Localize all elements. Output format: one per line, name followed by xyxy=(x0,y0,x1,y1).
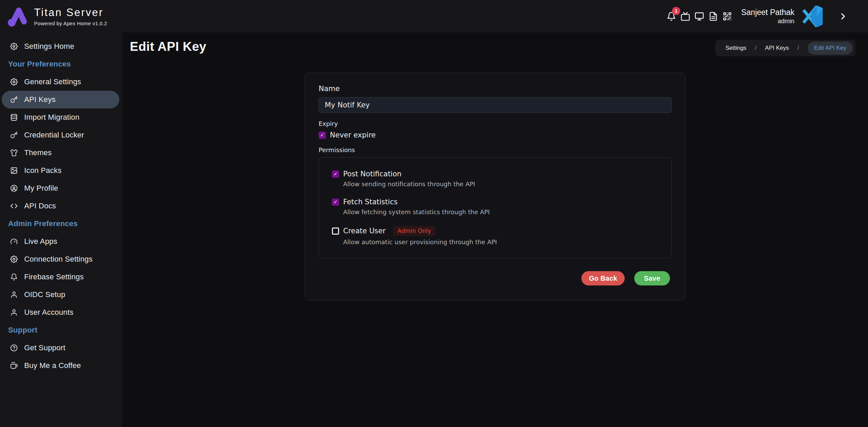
gear-icon xyxy=(10,43,18,50)
tv-icon[interactable] xyxy=(681,12,690,21)
chevron-right-icon[interactable] xyxy=(838,11,848,21)
save-button[interactable]: Save xyxy=(634,271,670,285)
user-role: admin xyxy=(741,17,794,25)
sidebar: Settings Home Your Preferences General S… xyxy=(0,32,123,427)
gear-icon xyxy=(10,78,18,86)
never-expire-checkbox[interactable] xyxy=(319,132,326,139)
main-content: Edit API Key Settings / API Keys / Edit … xyxy=(123,32,868,427)
qr-code-icon[interactable] xyxy=(722,12,732,21)
permission-description: Allow automatic user provisioning throug… xyxy=(343,238,658,246)
permission-post-notification: Post Notification Allow sending notifica… xyxy=(332,170,658,188)
permissions-label: Permissions xyxy=(319,146,672,153)
sidebar-item-api-docs[interactable]: API Docs xyxy=(0,197,123,215)
sidebar-item-oidc-setup[interactable]: OIDC Setup xyxy=(0,286,123,304)
bell-icon xyxy=(10,273,18,281)
sidebar-item-user-accounts[interactable]: User Accounts xyxy=(0,304,123,321)
permissions-box: Post Notification Allow sending notifica… xyxy=(319,157,672,258)
sidebar-item-connection-settings[interactable]: Connection Settings xyxy=(0,250,123,268)
page-title: Edit API Key xyxy=(130,40,207,54)
app-logo[interactable]: Titan Server Powered by Apex Home v1.0.2 xyxy=(0,5,107,28)
help-circle-icon xyxy=(10,344,18,352)
create-user-checkbox[interactable] xyxy=(332,227,339,235)
sidebar-item-live-apps[interactable]: Live Apps xyxy=(0,233,123,250)
never-expire-label: Never expire xyxy=(330,131,376,139)
app-subtitle: Powered by Apex Home v1.0.2 xyxy=(34,20,107,26)
user-circle-icon xyxy=(10,185,18,192)
edit-api-key-card: Name Expiry Never expire Permissions Pos… xyxy=(305,73,686,300)
permission-description: Allow fetching system statistics through… xyxy=(343,208,658,216)
app-title: Titan Server xyxy=(34,6,107,19)
image-icon xyxy=(10,167,18,174)
sidebar-item-import-migration[interactable]: Import Migration xyxy=(0,108,123,126)
sidebar-section-admin-preferences: Admin Preferences xyxy=(0,215,123,233)
avatar[interactable] xyxy=(802,5,823,27)
shirt-icon xyxy=(10,149,18,157)
permission-title: Create User xyxy=(343,227,385,235)
key-icon xyxy=(10,131,18,139)
breadcrumb-separator: / xyxy=(797,45,799,51)
sidebar-item-my-profile[interactable]: My Profile xyxy=(0,179,123,197)
fetch-statistics-checkbox[interactable] xyxy=(332,198,339,206)
user-icon xyxy=(10,291,18,298)
permission-title: Post Notification xyxy=(343,170,401,178)
post-notification-checkbox[interactable] xyxy=(332,171,339,178)
admin-only-badge: Admin Only xyxy=(393,226,436,236)
user-info: Sanjeet Pathak admin xyxy=(741,8,794,25)
coffee-icon xyxy=(10,362,18,369)
sidebar-section-your-preferences: Your Preferences xyxy=(0,55,123,73)
sidebar-item-get-support[interactable]: Get Support xyxy=(0,339,123,357)
key-icon xyxy=(10,96,18,103)
permission-title: Fetch Statistics xyxy=(343,198,398,206)
sidebar-item-buy-me-a-coffee[interactable]: Buy Me a Coffee xyxy=(0,357,123,374)
user-name: Sanjeet Pathak xyxy=(741,8,794,17)
breadcrumb-separator: / xyxy=(755,45,757,51)
never-expire-row: Never expire xyxy=(319,131,672,139)
document-icon[interactable] xyxy=(709,12,718,21)
gauge-icon xyxy=(10,238,18,245)
breadcrumb-settings[interactable]: Settings xyxy=(726,45,746,51)
code-icon xyxy=(10,202,18,210)
sidebar-item-api-keys[interactable]: API Keys xyxy=(2,91,119,108)
notification-badge: 1 xyxy=(672,7,680,15)
bell-icon[interactable]: 1 xyxy=(667,12,676,21)
breadcrumb-current: Edit API Key xyxy=(808,42,853,55)
gear-icon xyxy=(10,255,18,263)
sidebar-section-support: Support xyxy=(0,321,123,339)
database-icon xyxy=(10,114,18,121)
user-icon xyxy=(10,309,18,316)
form-actions: Go Back Save xyxy=(581,271,670,285)
sidebar-item-icon-packs[interactable]: Icon Packs xyxy=(0,162,123,179)
permission-description: Allow sending notifications through the … xyxy=(343,180,658,188)
sidebar-item-themes[interactable]: Themes xyxy=(0,144,123,162)
sidebar-item-general-settings[interactable]: General Settings xyxy=(0,73,123,91)
name-label: Name xyxy=(319,85,672,93)
sidebar-item-firebase-settings[interactable]: Firebase Settings xyxy=(0,268,123,286)
go-back-button[interactable]: Go Back xyxy=(581,271,625,285)
sidebar-item-settings-home[interactable]: Settings Home xyxy=(0,38,123,55)
sidebar-item-credential-locker[interactable]: Credential Locker xyxy=(0,126,123,144)
breadcrumb: Settings / API Keys / Edit API Key xyxy=(715,40,855,56)
monitor-icon[interactable] xyxy=(695,12,704,21)
api-key-name-input[interactable] xyxy=(319,97,672,113)
breadcrumb-api-keys[interactable]: API Keys xyxy=(765,45,789,51)
permission-create-user: Create User Admin Only Allow automatic u… xyxy=(332,226,658,246)
expiry-label: Expiry xyxy=(319,120,672,127)
permission-fetch-statistics: Fetch Statistics Allow fetching system s… xyxy=(332,198,658,216)
top-header-bar: Titan Server Powered by Apex Home v1.0.2… xyxy=(0,0,868,32)
apex-logo-icon xyxy=(7,5,29,28)
